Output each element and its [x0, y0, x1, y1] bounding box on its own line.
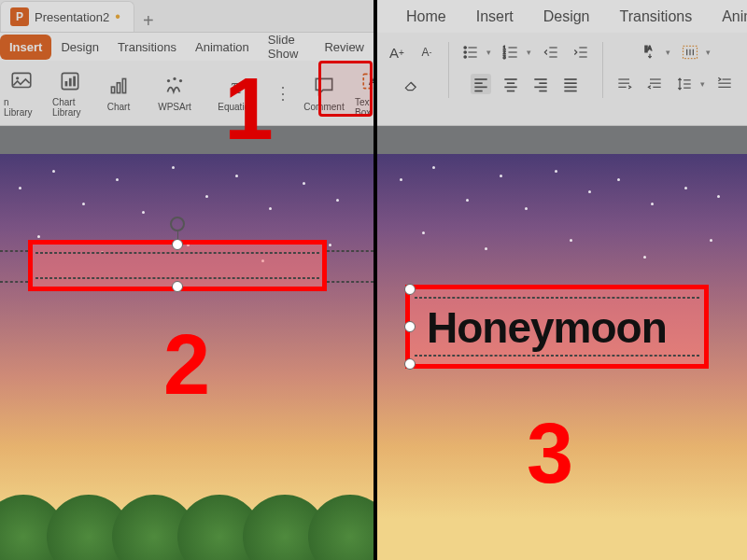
left-panel: P Presentation2 • + Insert Design Transi… [0, 0, 374, 560]
tab-insert-r[interactable]: Insert [461, 3, 529, 31]
dropdown-icon[interactable]: ▾ [486, 48, 491, 57]
document-tab[interactable]: P Presentation2 • [0, 1, 134, 32]
tab-transitions-r[interactable]: Transitions [605, 3, 708, 31]
chart-library-button[interactable]: Chart Library [49, 69, 92, 118]
tab-animation[interactable]: Animation [186, 35, 259, 60]
svg-point-10 [173, 77, 176, 80]
tab-design-r[interactable]: Design [529, 3, 605, 31]
bullets-icon[interactable] [460, 42, 481, 63]
svg-point-11 [179, 79, 182, 82]
svg-rect-35 [474, 82, 482, 84]
svg-rect-49 [564, 91, 576, 92]
eraser-icon[interactable] [402, 74, 422, 94]
canvas-gutter-right [377, 126, 747, 154]
svg-rect-42 [534, 78, 546, 80]
ribbon-tab-strip: Insert Design Transitions Animation Slid… [0, 33, 374, 61]
align-center-icon[interactable] [500, 74, 521, 94]
svg-rect-34 [474, 78, 486, 80]
dropdown-icon[interactable]: ▾ [666, 48, 670, 57]
tab-design[interactable]: Design [51, 35, 107, 60]
dropdown-icon[interactable]: ▾ [527, 48, 531, 57]
numbering-icon[interactable]: 123 [500, 42, 521, 63]
dropdown-icon[interactable]: ▾ [706, 48, 711, 57]
increase-font-icon[interactable]: A+ [387, 42, 407, 63]
ribbon-tab-strip-right: Home Insert Design Transitions Anim [377, 0, 747, 33]
filled-text-box[interactable]: Honeymoon [405, 285, 709, 369]
indent-first-line-icon[interactable] [714, 74, 735, 94]
ribbon-body-right: A+ A- ▾ 123▾ [377, 33, 747, 126]
line-spacing-icon[interactable] [674, 74, 695, 94]
svg-point-1 [16, 77, 19, 79]
svg-rect-6 [111, 87, 114, 93]
dropdown-icon[interactable]: ▾ [700, 79, 705, 89]
chart-library-icon [58, 69, 82, 93]
decrease-indent-icon[interactable] [541, 42, 561, 63]
svg-rect-38 [504, 78, 516, 80]
rtl-icon[interactable] [644, 74, 665, 94]
svg-rect-3 [65, 81, 68, 86]
slide-canvas-right[interactable]: Honeymoon 3 [377, 154, 747, 560]
resize-handle[interactable] [404, 284, 416, 295]
ribbon-body: n Library Chart Library Chart WPSArt π E… [0, 61, 374, 126]
svg-rect-39 [507, 82, 514, 84]
empty-text-box[interactable] [28, 240, 327, 291]
svg-rect-8 [122, 78, 125, 92]
title-bar: P Presentation2 • + [0, 0, 374, 33]
bushes-decor [0, 504, 374, 560]
rotate-handle-icon[interactable] [170, 217, 185, 231]
resize-handle[interactable] [404, 321, 416, 332]
library-icon [9, 69, 34, 93]
resize-handle[interactable] [172, 281, 183, 292]
svg-rect-36 [474, 87, 486, 89]
svg-rect-7 [117, 83, 120, 93]
tab-insert[interactable]: Insert [0, 35, 51, 60]
svg-rect-45 [539, 91, 546, 92]
svg-point-9 [167, 79, 170, 82]
svg-rect-5 [73, 76, 76, 86]
wpsart-button[interactable]: WPSArt [146, 74, 204, 112]
slide-canvas-left[interactable]: 2 [0, 154, 374, 560]
svg-rect-48 [564, 87, 576, 89]
svg-rect-43 [539, 82, 546, 84]
resize-handle[interactable] [404, 358, 416, 370]
svg-rect-46 [564, 78, 576, 80]
tab-review[interactable]: Review [315, 35, 374, 60]
chart-button[interactable]: Chart [97, 74, 140, 112]
library-button[interactable]: n Library [0, 69, 43, 118]
svg-rect-37 [474, 91, 482, 92]
svg-point-20 [464, 56, 467, 59]
step-1-label: 1 [224, 58, 274, 160]
align-right-icon[interactable] [530, 74, 551, 94]
text-direction-icon[interactable]: ||A [640, 42, 660, 63]
align-justify-icon[interactable] [560, 74, 581, 94]
tab-home[interactable]: Home [391, 3, 461, 31]
step-2-label: 2 [163, 317, 210, 413]
decrease-font-icon[interactable]: A- [416, 42, 437, 63]
step-3-label: 3 [527, 406, 573, 502]
svg-rect-40 [504, 87, 516, 89]
document-title: Presentation2 [35, 10, 109, 24]
svg-rect-0 [12, 73, 31, 87]
tab-animation-r[interactable]: Anim [707, 3, 747, 31]
svg-text:||A: ||A [644, 45, 652, 52]
text-box-content[interactable]: Honeymoon [427, 302, 667, 353]
new-tab-button[interactable]: + [134, 10, 162, 32]
guide-line [327, 250, 374, 252]
chart-icon [106, 74, 131, 98]
canvas-gutter [0, 126, 374, 154]
svg-rect-41 [507, 91, 514, 92]
tab-transitions[interactable]: Transitions [108, 35, 186, 60]
guide-line [0, 250, 28, 252]
guide-line [327, 281, 374, 283]
app-badge-icon: P [10, 7, 29, 26]
align-left-icon[interactable] [471, 74, 491, 94]
resize-handle[interactable] [172, 239, 183, 250]
svg-rect-47 [564, 82, 576, 84]
wpsart-icon [162, 74, 187, 98]
right-panel: Home Insert Design Transitions Anim A+ A… [377, 0, 747, 560]
increase-indent-icon[interactable] [571, 42, 591, 63]
ltr-icon[interactable] [614, 74, 635, 94]
columns-icon[interactable] [680, 42, 700, 63]
svg-rect-4 [69, 77, 72, 86]
svg-point-18 [464, 51, 467, 54]
